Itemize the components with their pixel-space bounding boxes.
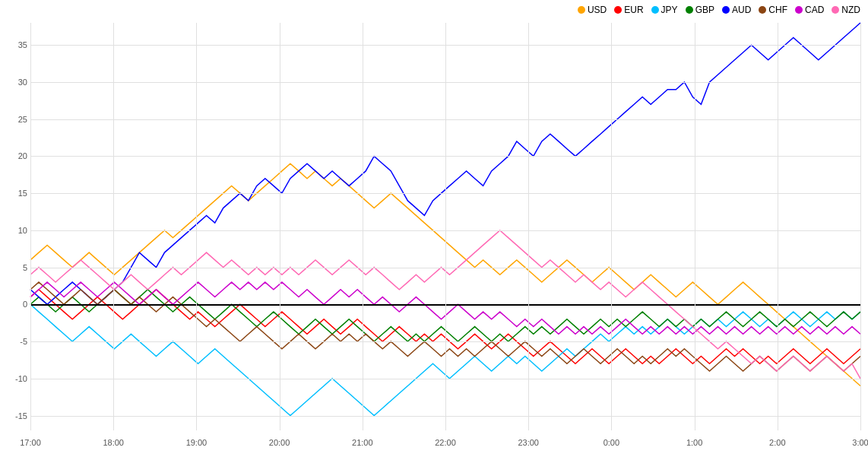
legend-item-aud: AUD bbox=[722, 5, 751, 15]
legend-label-jpy: JPY bbox=[661, 5, 678, 15]
x-axis-label: 19:00 bbox=[186, 438, 207, 447]
legend-dot-gbp bbox=[686, 6, 693, 14]
chart-container: USDEURJPYGBPAUDCHFCADNZD 35302520151050-… bbox=[0, 0, 868, 457]
x-axis-label: 22:00 bbox=[435, 438, 456, 447]
legend-item-cad: CAD bbox=[795, 5, 824, 15]
legend-label-chf: CHF bbox=[768, 5, 787, 15]
grid-line-v bbox=[445, 23, 446, 430]
y-axis-label: 10 bbox=[18, 226, 30, 235]
legend-dot-cad bbox=[795, 6, 803, 14]
legend-item-usd: USD bbox=[578, 5, 607, 15]
legend-dot-jpy bbox=[651, 6, 659, 14]
chart-area: 35302520151050-5-10-1517:0018:0019:0020:… bbox=[30, 23, 860, 430]
y-axis-label: 35 bbox=[18, 40, 30, 49]
x-axis-label: 1:00 bbox=[686, 438, 702, 447]
y-axis-label: -10 bbox=[15, 374, 30, 383]
legend-label-nzd: NZD bbox=[841, 5, 860, 15]
grid-line-v bbox=[30, 23, 31, 430]
legend-item-eur: EUR bbox=[614, 5, 643, 15]
legend-item-jpy: JPY bbox=[651, 5, 678, 15]
legend-item-gbp: GBP bbox=[686, 5, 714, 15]
grid-line-v bbox=[611, 23, 612, 430]
x-axis-label: 21:00 bbox=[352, 438, 373, 447]
x-axis-label: 0:00 bbox=[603, 438, 619, 447]
y-axis-label: 30 bbox=[18, 78, 30, 87]
legend-dot-aud bbox=[722, 6, 730, 14]
x-axis-label: 23:00 bbox=[518, 438, 539, 447]
y-axis-label: -5 bbox=[20, 337, 30, 346]
legend-item-nzd: NZD bbox=[832, 5, 860, 15]
legend-item-chf: CHF bbox=[759, 5, 787, 15]
y-axis-label: 20 bbox=[18, 151, 30, 160]
x-axis-label: 17:00 bbox=[20, 438, 41, 447]
grid-line-v bbox=[196, 23, 197, 430]
legend-dot-nzd bbox=[832, 6, 839, 14]
y-axis-label: 0 bbox=[23, 300, 30, 309]
x-axis-label: 2:00 bbox=[769, 438, 785, 447]
x-axis-label: 18:00 bbox=[103, 438, 124, 447]
legend-dot-chf bbox=[759, 6, 766, 14]
y-axis-label: -15 bbox=[15, 411, 30, 421]
y-axis-label: 5 bbox=[23, 263, 30, 272]
legend-label-cad: CAD bbox=[805, 5, 824, 15]
legend-label-eur: EUR bbox=[624, 5, 643, 15]
grid-line-v bbox=[778, 23, 778, 430]
grid-line-v bbox=[528, 23, 529, 430]
grid-line-v bbox=[113, 23, 114, 430]
grid-line-v bbox=[860, 23, 861, 430]
legend-dot-eur bbox=[614, 6, 622, 14]
legend: USDEURJPYGBPAUDCHFCADNZD bbox=[578, 5, 860, 15]
y-axis-label: 25 bbox=[18, 115, 30, 124]
grid-line-v bbox=[280, 23, 280, 430]
legend-label-aud: AUD bbox=[732, 5, 751, 15]
legend-label-gbp: GBP bbox=[695, 5, 714, 15]
x-axis-label: 20:00 bbox=[269, 438, 290, 447]
y-axis-label: 15 bbox=[18, 189, 30, 198]
legend-dot-usd bbox=[578, 6, 585, 14]
grid-line-v bbox=[695, 23, 695, 430]
grid-line-v bbox=[363, 23, 363, 430]
x-axis-label: 3:00 bbox=[852, 438, 868, 447]
legend-label-usd: USD bbox=[588, 5, 607, 15]
